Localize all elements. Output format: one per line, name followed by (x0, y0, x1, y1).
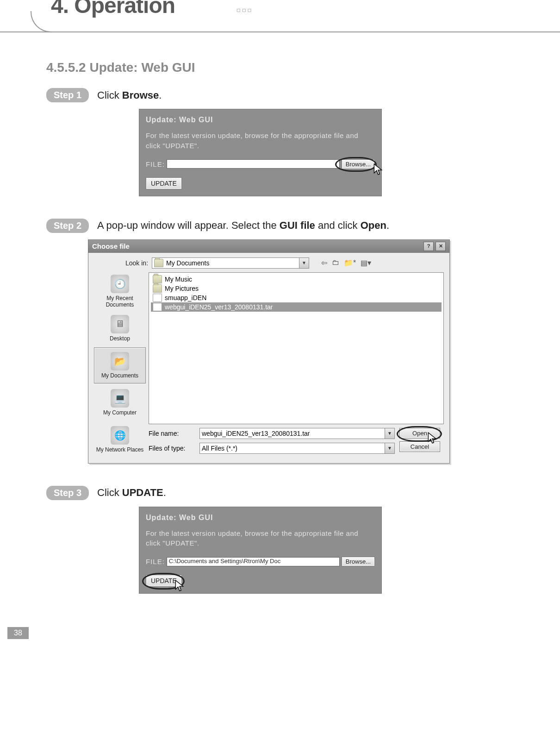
sidebar-item-mycomputer[interactable]: 💻 My Computer (94, 384, 146, 420)
chevron-down-icon[interactable]: ▼ (385, 443, 394, 453)
file-icon (153, 294, 162, 302)
step-2: Step 2 A pop-up window will appear. Sele… (46, 219, 463, 464)
step-3-text: Click UPDATE. (97, 487, 166, 499)
filename-input[interactable]: webgui_iDEN25_ver13_20080131.tar ▼ (199, 428, 395, 439)
view-menu-icon[interactable]: ▤▾ (361, 258, 371, 267)
filetype-select[interactable]: All Files (*.*) ▼ (199, 443, 395, 454)
list-item[interactable]: My Pictures (151, 284, 442, 293)
dialog-title: Choose file (92, 242, 130, 250)
file-chooser-dialog: Choose file ? ✕ Look in: My Documents ▼ (88, 239, 450, 464)
up-folder-icon[interactable]: 🗀 (332, 258, 339, 267)
new-folder-icon[interactable]: 📁* (344, 258, 356, 267)
filename-label: File name: (149, 430, 195, 437)
panel-desc: For the latest version update, browse fo… (146, 131, 375, 151)
open-button[interactable]: Open (399, 428, 440, 439)
panel-desc: For the latest version update, browse fo… (146, 528, 375, 549)
step-3-badge: Step 3 (46, 486, 89, 500)
cancel-button[interactable]: Cancel (399, 441, 440, 452)
header-decoration-icon: ▫▫▫ (236, 3, 253, 18)
close-icon[interactable]: ✕ (436, 242, 446, 251)
sidebar-item-network[interactable]: 🌐 My Network Places (94, 421, 146, 458)
recent-icon: 🕘 (111, 275, 129, 293)
lookin-label: Look in: (125, 259, 148, 267)
list-item[interactable]: smuapp_iDEN (151, 293, 442, 302)
file-label: FILE: (146, 160, 165, 168)
panel-title: Update: Web GUI (146, 116, 375, 124)
step-1-text: Click Browse. (97, 89, 162, 101)
lookin-value: My Documents (166, 259, 209, 267)
folder-icon (153, 275, 162, 283)
section-heading: 4.5.5.2 Update: Web GUI (46, 60, 463, 75)
file-list[interactable]: My Music My Pictures smuapp_iDEN webgui_… (149, 272, 444, 424)
browse-button[interactable]: Browse... (342, 159, 375, 169)
computer-icon: 💻 (111, 389, 129, 408)
documents-icon: 📂 (111, 352, 129, 370)
browse-button[interactable]: Browse... (342, 557, 375, 566)
file-input[interactable]: C:\Documents and Settings\Rtron\My Doc (167, 557, 340, 566)
update-panel-step1: Update: Web GUI For the latest version u… (139, 109, 382, 196)
file-icon (153, 303, 162, 311)
places-sidebar: 🕘 My Recent Documents 🖥 Desktop 📂 My Doc… (94, 272, 146, 458)
lookin-select[interactable]: My Documents ▼ (152, 257, 309, 269)
file-input[interactable] (167, 159, 340, 169)
step-1: Step 1 Click Browse. Update: Web GUI For… (46, 88, 463, 196)
chevron-down-icon[interactable]: ▼ (299, 258, 309, 268)
update-button[interactable]: UPDATE (146, 575, 182, 587)
sidebar-item-mydocs[interactable]: 📂 My Documents (94, 347, 146, 383)
update-panel-step3: Update: Web GUI For the latest version u… (139, 507, 382, 594)
filetype-label: Files of type: (149, 445, 195, 452)
network-icon: 🌐 (111, 426, 129, 445)
back-icon[interactable]: ⇦ (321, 258, 327, 267)
page-number: 38 (7, 627, 29, 639)
chapter-title: 4. Operation (51, 0, 175, 18)
sidebar-item-recent[interactable]: 🕘 My Recent Documents (94, 273, 146, 309)
folder-icon (154, 259, 163, 267)
file-label: FILE: (146, 558, 165, 565)
list-item-selected[interactable]: webgui_iDEN25_ver13_20080131.tar (151, 302, 442, 312)
folder-icon (153, 284, 162, 293)
dialog-titlebar: Choose file ? ✕ (88, 240, 449, 253)
update-button[interactable]: UPDATE (146, 177, 182, 189)
step-2-badge: Step 2 (46, 219, 89, 233)
desktop-icon: 🖥 (111, 315, 129, 333)
panel-title: Update: Web GUI (146, 514, 375, 522)
step-1-badge: Step 1 (46, 88, 89, 102)
sidebar-item-desktop[interactable]: 🖥 Desktop (94, 310, 146, 346)
chevron-down-icon[interactable]: ▼ (385, 428, 394, 439)
header-tab-curve (31, 11, 52, 32)
step-2-text: A pop-up window will appear. Select the … (97, 220, 389, 232)
step-3: Step 3 Click UPDATE. Update: Web GUI For… (46, 486, 463, 594)
help-icon[interactable]: ? (423, 242, 434, 251)
list-item[interactable]: My Music (151, 275, 442, 284)
chapter-header: 4. Operation ▫▫▫ (0, 0, 560, 32)
